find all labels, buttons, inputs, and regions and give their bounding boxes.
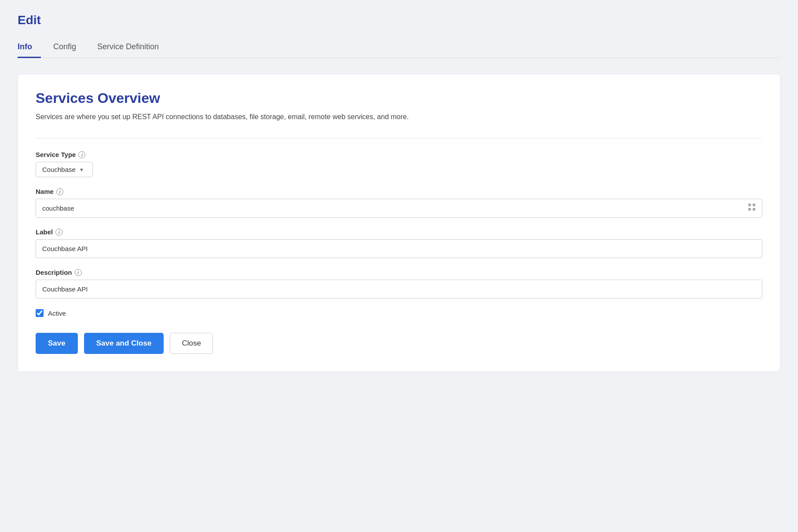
- service-type-label: Service Type i: [36, 151, 762, 158]
- active-checkbox[interactable]: [36, 309, 44, 317]
- content-area: Services Overview Services are where you…: [18, 74, 780, 372]
- svg-rect-0: [748, 204, 751, 206]
- label-input[interactable]: [36, 239, 762, 258]
- save-button[interactable]: Save: [36, 333, 78, 354]
- name-input[interactable]: [36, 199, 762, 218]
- buttons-row: Save Save and Close Close: [36, 333, 762, 354]
- name-input-wrapper: [36, 199, 762, 218]
- section-title: Services Overview: [36, 90, 762, 106]
- name-label: Name i: [36, 188, 762, 195]
- tab-config[interactable]: Config: [53, 38, 85, 58]
- name-group: Name i: [36, 188, 762, 218]
- section-description: Services are where you set up REST API c…: [36, 112, 762, 122]
- description-label: Description i: [36, 269, 762, 276]
- svg-rect-3: [753, 208, 755, 211]
- description-input-wrapper: [36, 280, 762, 299]
- description-input[interactable]: [36, 280, 762, 299]
- page-title: Edit: [18, 13, 780, 27]
- name-info-icon: i: [56, 188, 63, 195]
- active-row: Active: [36, 309, 762, 317]
- description-group: Description i: [36, 269, 762, 299]
- dropdown-arrow-icon: ▼: [79, 167, 84, 172]
- label-info-icon: i: [55, 229, 62, 236]
- save-and-close-button[interactable]: Save and Close: [84, 333, 164, 354]
- service-type-dropdown[interactable]: Couchbase ▼: [36, 162, 93, 177]
- page-container: Edit Info Config Service Definition Serv…: [0, 0, 798, 532]
- close-button[interactable]: Close: [170, 333, 212, 354]
- service-type-info-icon: i: [78, 151, 85, 158]
- description-info-icon: i: [75, 269, 82, 276]
- service-type-group: Service Type i Couchbase ▼: [36, 151, 762, 177]
- tab-info[interactable]: Info: [18, 38, 41, 58]
- divider: [36, 138, 762, 138]
- svg-rect-2: [748, 208, 751, 211]
- label-label: Label i: [36, 228, 762, 236]
- svg-rect-1: [753, 204, 755, 206]
- label-input-wrapper: [36, 239, 762, 258]
- tab-service-definition[interactable]: Service Definition: [97, 38, 168, 58]
- name-grid-icon: [747, 203, 756, 214]
- label-group: Label i: [36, 228, 762, 258]
- active-label: Active: [48, 310, 66, 317]
- tabs-container: Info Config Service Definition: [18, 38, 780, 58]
